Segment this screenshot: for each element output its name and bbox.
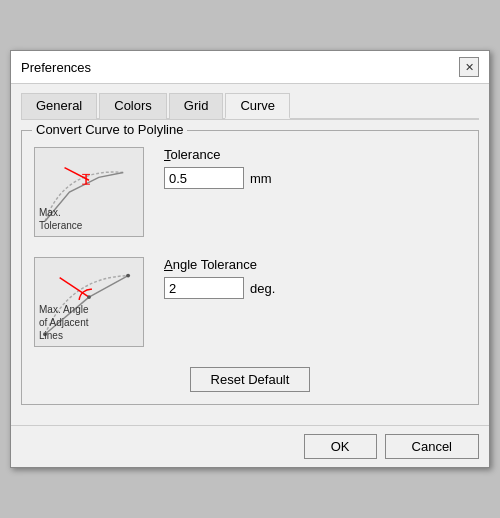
svg-line-3 — [65, 168, 89, 181]
reset-row: Reset Default — [34, 367, 466, 392]
tab-general[interactable]: General — [21, 93, 97, 119]
angle-label-rest: ngle Tolerance — [173, 257, 257, 272]
tolerance-diagram-label: Max.Tolerance — [39, 206, 82, 232]
angle-label: Angle Tolerance — [164, 257, 275, 272]
group-legend: Convert Curve to Polyline — [32, 122, 187, 137]
dialog-body: General Colors Grid Curve Convert Curve … — [11, 84, 489, 425]
tolerance-field-group: Tolerance mm — [164, 147, 272, 189]
title-bar: Preferences ✕ — [11, 51, 489, 84]
dialog-footer: OK Cancel — [11, 425, 489, 467]
tab-curve[interactable]: Curve — [225, 93, 290, 119]
angle-field-group: Angle Tolerance deg. — [164, 257, 275, 299]
tabs-bar: General Colors Grid Curve — [21, 92, 479, 120]
tolerance-unit: mm — [250, 171, 272, 186]
cancel-button[interactable]: Cancel — [385, 434, 479, 459]
tolerance-label: Tolerance — [164, 147, 272, 162]
close-button[interactable]: ✕ — [459, 57, 479, 77]
dialog-title: Preferences — [21, 60, 91, 75]
angle-diagram: Max. Angleof AdjacentLines — [34, 257, 144, 347]
tolerance-input[interactable] — [164, 167, 244, 189]
tolerance-section: Max.Tolerance Tolerance mm — [34, 147, 466, 237]
angle-unit: deg. — [250, 281, 275, 296]
svg-point-9 — [126, 274, 130, 278]
angle-field-row: deg. — [164, 277, 275, 299]
svg-line-5 — [89, 276, 128, 298]
reset-default-button[interactable]: Reset Default — [190, 367, 311, 392]
tolerance-label-rest: olerance — [171, 147, 221, 162]
angle-diagram-label: Max. Angleof AdjacentLines — [39, 303, 88, 342]
group-convert-curve: Convert Curve to Polyline — [21, 130, 479, 405]
angle-label-underline: A — [164, 257, 173, 272]
angle-input[interactable] — [164, 277, 244, 299]
svg-point-8 — [87, 295, 91, 299]
tolerance-diagram: Max.Tolerance — [34, 147, 144, 237]
tab-colors[interactable]: Colors — [99, 93, 167, 119]
tolerance-field-row: mm — [164, 167, 272, 189]
angle-section: Max. Angleof AdjacentLines Angle Toleran… — [34, 257, 466, 347]
tab-grid[interactable]: Grid — [169, 93, 224, 119]
preferences-dialog: Preferences ✕ General Colors Grid Curve … — [10, 50, 490, 468]
ok-button[interactable]: OK — [304, 434, 377, 459]
